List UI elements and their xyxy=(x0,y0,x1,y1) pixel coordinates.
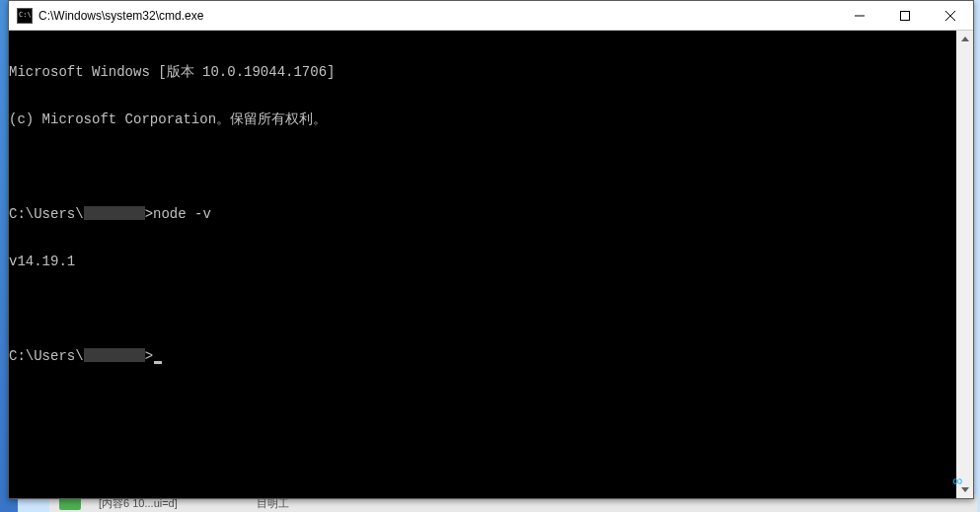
window-controls xyxy=(837,1,973,30)
prompt-line-2: C:\Users\> xyxy=(9,348,956,364)
cmd-window: C:\Windows\system32\cmd.exe Microsoft Wi… xyxy=(8,0,974,499)
svg-rect-1 xyxy=(901,11,910,20)
blank-line-2 xyxy=(9,301,956,317)
redacted-username-1 xyxy=(84,206,145,220)
cursor xyxy=(154,361,162,364)
titlebar[interactable]: C:\Windows\system32\cmd.exe xyxy=(9,1,973,31)
terminal-area: Microsoft Windows [版本 10.0.19044.1706] (… xyxy=(9,31,973,498)
infinity-icon: ∞ xyxy=(952,473,962,488)
version-line: Microsoft Windows [版本 10.0.19044.1706] xyxy=(9,64,956,80)
terminal-output[interactable]: Microsoft Windows [版本 10.0.19044.1706] (… xyxy=(9,31,956,498)
chevron-up-icon xyxy=(961,37,969,41)
blank-line xyxy=(9,159,956,175)
prompt-line-1: C:\Users\>node -v xyxy=(9,206,956,222)
vertical-scrollbar[interactable] xyxy=(956,31,973,498)
cmd-icon xyxy=(17,8,33,24)
redacted-username-2 xyxy=(84,348,145,362)
maximize-icon xyxy=(900,11,910,21)
minimize-button[interactable] xyxy=(837,1,882,30)
scrollbar-track[interactable] xyxy=(956,47,973,481)
window-title: C:\Windows\system32\cmd.exe xyxy=(38,9,837,23)
prompt1-prefix: C:\Users\ xyxy=(9,206,84,222)
scroll-up-button[interactable] xyxy=(956,31,973,47)
maximize-button[interactable] xyxy=(882,1,928,30)
close-icon xyxy=(945,11,955,21)
copyright-line: (c) Microsoft Corporation。保留所有权利。 xyxy=(9,111,956,127)
prompt2-prefix: C:\Users\ xyxy=(9,348,84,364)
minimize-icon xyxy=(855,11,865,21)
prompt1-command: >node -v xyxy=(145,206,211,222)
close-button[interactable] xyxy=(928,1,973,30)
prompt2-suffix: > xyxy=(145,348,153,364)
node-version-output: v14.19.1 xyxy=(9,254,956,269)
